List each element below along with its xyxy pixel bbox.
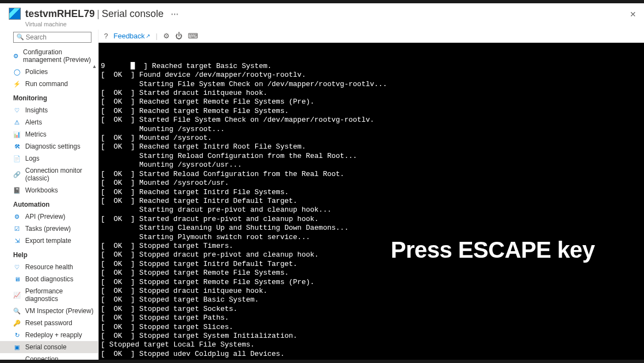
nav-section-header: Help — [0, 247, 98, 261]
nav-icon: ♡ — [13, 263, 21, 271]
sidebar-item-label: VM Inspector (Preview) — [25, 307, 94, 315]
sidebar-item-label: Run command — [25, 80, 68, 88]
sidebar-item-label: Policies — [25, 68, 48, 76]
nav-icon: 📄 — [13, 155, 21, 162]
sidebar-item-label: Serial console — [25, 343, 66, 351]
nav-icon: 🖥 — [13, 275, 21, 283]
sidebar-item-label: Boot diagnostics — [25, 275, 73, 283]
nav-icon: ◯ — [13, 68, 21, 76]
sidebar-item[interactable]: ▣Serial console — [0, 341, 98, 353]
nav-icon: 🔍 — [13, 307, 21, 315]
sidebar-item[interactable]: ⇲Export template — [0, 235, 98, 247]
search-input[interactable] — [13, 32, 91, 43]
sidebar-item[interactable]: 📊Metrics — [0, 128, 98, 140]
nav-section-header: Automation — [0, 196, 98, 211]
nav-icon: ⚠ — [13, 118, 21, 126]
nav-icon: ♡ — [13, 106, 21, 114]
overlay-instruction: Press ESCAPE key — [390, 246, 595, 254]
sidebar-item-label: Reset password — [25, 319, 72, 327]
nav-icon: ⚡ — [13, 80, 21, 88]
sidebar-item[interactable]: 🛠Diagnostic settings — [0, 140, 98, 152]
close-button[interactable]: ✕ — [630, 10, 636, 19]
sidebar-item-label: Insights — [25, 106, 48, 114]
sidebar-item[interactable]: 🖥Boot diagnostics — [0, 273, 98, 285]
feedback-link[interactable]: Feedback↗ — [113, 32, 150, 40]
external-link-icon: ↗ — [146, 33, 150, 39]
sidebar-item[interactable]: 📓Workbooks — [0, 184, 98, 196]
sidebar-item[interactable]: ⚙API (Preview) — [0, 211, 98, 223]
sidebar-item[interactable]: ☑Tasks (preview) — [0, 223, 98, 235]
more-icon[interactable]: ⋯ — [171, 10, 179, 19]
nav-icon: 📈 — [13, 291, 21, 299]
sidebar-item[interactable]: ♡Insights — [0, 104, 98, 116]
sidebar-item-label: Tasks (preview) — [25, 225, 71, 232]
sidebar-item-label: Alerts — [25, 118, 42, 126]
nav-icon: ⚙ — [13, 52, 19, 60]
nav-icon: ☑ — [13, 225, 21, 232]
sidebar-item[interactable]: ⚙Configuration management (Preview) — [0, 46, 98, 66]
console-toolbar: ? Feedback↗ | ⚙ ⏻ ⌨ — [99, 30, 644, 43]
help-icon[interactable]: ? — [104, 32, 108, 40]
resource-name: testvmRHEL79 — [25, 8, 95, 19]
terminal-output: 9 █ ] Reached target Basic System. [ OK … — [101, 62, 642, 363]
sidebar-item[interactable]: 📄Logs — [0, 152, 98, 165]
sidebar-item[interactable]: 🔍VM Inspector (Preview) — [0, 305, 98, 317]
sidebar-item-label: Diagnostic settings — [25, 143, 81, 150]
nav-icon: ▣ — [13, 343, 21, 351]
sidebar-item-label: Configuration management (Preview) — [23, 48, 96, 64]
sidebar-item[interactable]: ⚠Alerts — [0, 116, 98, 128]
serial-console-terminal[interactable]: 9 █ ] Reached target Basic System. [ OK … — [99, 43, 644, 363]
settings-icon[interactable]: ⚙ — [163, 32, 170, 40]
vm-icon — [9, 8, 21, 20]
sidebar-item[interactable]: ◯Policies — [0, 66, 98, 78]
sidebar: 🔍 ▲ ⚙Configuration management (Preview)◯… — [0, 30, 99, 363]
nav-icon: 📓 — [13, 186, 21, 194]
nav-icon: ⚙ — [13, 213, 21, 220]
sidebar-item-label: Redeploy + reapply — [25, 331, 82, 339]
sidebar-item[interactable]: 🔗Connection monitor (classic) — [0, 165, 98, 184]
sidebar-item-label: Connection monitor (classic) — [25, 167, 96, 182]
sidebar-item-label: Workbooks — [25, 186, 58, 194]
nav-icon: 🛠 — [13, 143, 21, 150]
nav-icon: ⇲ — [13, 237, 21, 245]
nav-icon: 📊 — [13, 131, 21, 138]
sidebar-item[interactable]: 📈Performance diagnostics — [0, 285, 98, 305]
sidebar-item[interactable]: ↻Redeploy + reapply — [0, 329, 98, 341]
power-icon[interactable]: ⏻ — [175, 32, 182, 40]
sidebar-item[interactable]: ⚡Run command — [0, 78, 98, 90]
sidebar-item[interactable]: ♡Resource health — [0, 261, 98, 273]
nav-icon: 🔑 — [13, 319, 21, 327]
sidebar-item-label: Metrics — [25, 131, 47, 138]
sidebar-item-label: Resource health — [25, 263, 73, 271]
nav-icon: 🔗 — [13, 171, 21, 178]
sidebar-item-label: API (Preview) — [25, 213, 65, 220]
sidebar-item-label: Logs — [25, 155, 39, 162]
nav-icon: ↻ — [13, 331, 21, 339]
nav-section-header: Monitoring — [0, 90, 98, 104]
chevron-up-icon[interactable]: ▲ — [92, 64, 97, 69]
sidebar-item-label: Export template — [25, 237, 71, 245]
keyboard-icon[interactable]: ⌨ — [188, 32, 198, 40]
page-header: testvmRHEL79|Serial console ⋯ ✕ — [0, 3, 644, 22]
search-icon: 🔍 — [16, 33, 24, 41]
sidebar-item[interactable]: 🔑Reset password — [0, 317, 98, 329]
sidebar-item-label: Performance diagnostics — [25, 287, 96, 303]
blade-title: Serial console — [102, 8, 164, 19]
